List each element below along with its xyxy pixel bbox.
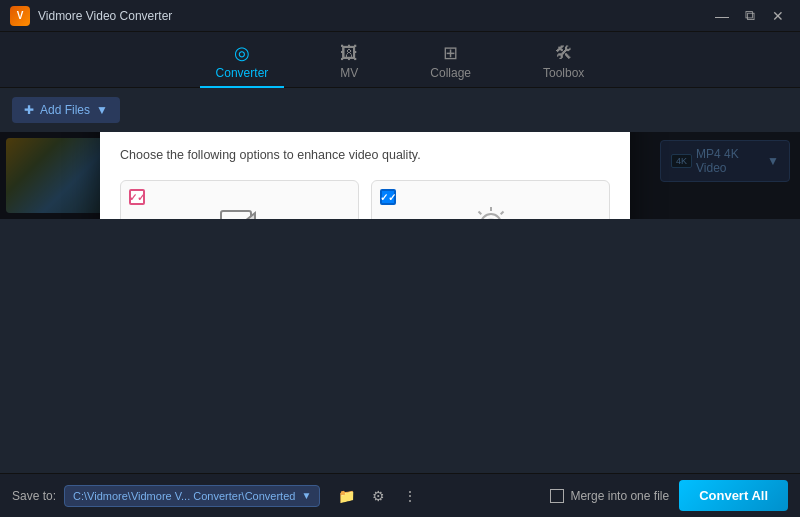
folder-open-button[interactable]: 📁 [332, 482, 360, 510]
toolbar: ✚ Add Files ▼ [0, 88, 800, 132]
video-enhancer-dialog: V Video Enhancer ― ✕ Choose the followin… [100, 132, 630, 219]
nav-label-converter: Converter [216, 66, 269, 80]
brightness-checkbox[interactable]: ✓ [380, 189, 396, 205]
more-options-button[interactable]: ⋮ [396, 482, 424, 510]
settings-button[interactable]: ⚙ [364, 482, 392, 510]
nav-item-mv[interactable]: 🖼 MV [324, 37, 374, 88]
add-icon: ✚ [24, 103, 34, 117]
nav-item-toolbox[interactable]: 🛠 Toolbox [527, 37, 600, 88]
convert-all-button[interactable]: Convert All [679, 480, 788, 511]
svg-line-9 [478, 212, 481, 215]
bottom-bar: Save to: C:\Vidmore\Vidmore V... Convert… [0, 473, 800, 517]
nav-label-collage: Collage [430, 66, 471, 80]
collage-icon: ⊞ [443, 42, 458, 64]
content-area: 4K MP4 4K Video ▼ V Video Enhancer ― ✕ [0, 132, 800, 219]
add-files-button[interactable]: ✚ Add Files ▼ [12, 97, 120, 123]
save-path-arrow: ▼ [301, 490, 311, 501]
converter-icon: ◎ [234, 42, 250, 64]
merge-checkbox[interactable] [550, 489, 564, 503]
minimize-button[interactable]: ― [710, 6, 734, 26]
options-grid: ✓ Upscale Re [120, 180, 610, 219]
upscale-checkbox[interactable]: ✓ [129, 189, 145, 205]
title-bar: V Vidmore Video Converter ― ⧉ ✕ [0, 0, 800, 32]
toolbox-icon: 🛠 [555, 43, 573, 64]
nav-bar: ◎ Converter 🖼 MV ⊞ Collage 🛠 Toolbox [0, 32, 800, 88]
nav-label-mv: MV [340, 66, 358, 80]
dialog-description: Choose the following options to enhance … [120, 148, 610, 162]
nav-item-converter[interactable]: ◎ Converter [200, 36, 285, 88]
modal-overlay: V Video Enhancer ― ✕ Choose the followin… [0, 132, 800, 219]
close-button[interactable]: ✕ [766, 6, 790, 26]
nav-label-toolbox: Toolbox [543, 66, 584, 80]
nav-item-collage[interactable]: ⊞ Collage [414, 36, 487, 88]
svg-rect-0 [221, 211, 251, 219]
merge-label: Merge into one file [570, 489, 669, 503]
save-path-text: C:\Vidmore\Vidmore V... Converter\Conver… [73, 490, 295, 502]
app-title: Vidmore Video Converter [38, 9, 172, 23]
brightness-icon [464, 197, 518, 219]
bottom-icons: 📁 ⚙ ⋮ [332, 482, 424, 510]
upscale-icon [213, 197, 267, 219]
svg-point-13 [485, 218, 497, 219]
bottom-right: Merge into one file Convert All [550, 480, 788, 511]
maximize-button[interactable]: ⧉ [738, 6, 762, 26]
svg-line-11 [500, 212, 503, 215]
save-path-selector[interactable]: C:\Vidmore\Vidmore V... Converter\Conver… [64, 485, 320, 507]
add-files-dropdown-arrow: ▼ [96, 103, 108, 117]
option-brightness[interactable]: ✓ [371, 180, 610, 219]
dialog-body: Choose the following options to enhance … [100, 132, 630, 219]
title-bar-controls: ― ⧉ ✕ [710, 6, 790, 26]
mv-icon: 🖼 [340, 43, 358, 64]
save-to-label: Save to: [12, 489, 56, 503]
title-bar-left: V Vidmore Video Converter [10, 6, 172, 26]
app-icon: V [10, 6, 30, 26]
option-upscale[interactable]: ✓ Upscale Re [120, 180, 359, 219]
merge-checkbox-area[interactable]: Merge into one file [550, 489, 669, 503]
